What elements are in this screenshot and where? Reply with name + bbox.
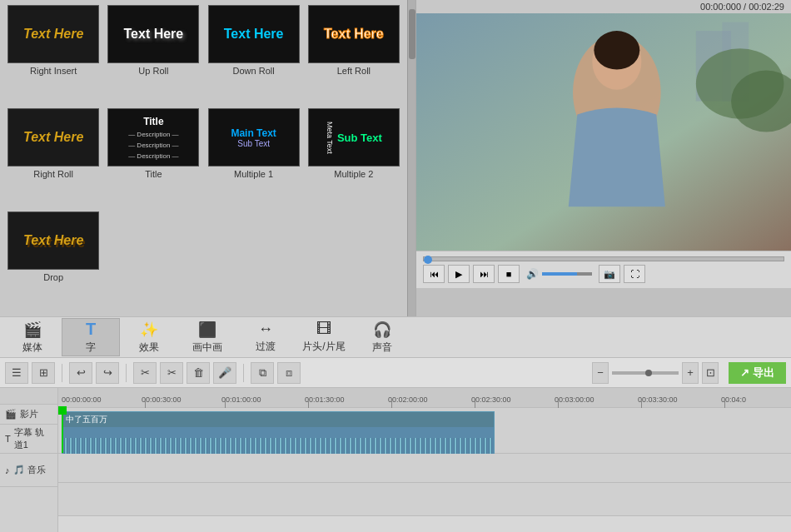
label-left-roll: Left Roll [337, 66, 371, 76]
trim-button[interactable]: ✂ [133, 362, 157, 384]
view-grid-button[interactable]: ⊞ [32, 362, 55, 384]
video-track-row: 中了五百万 [58, 408, 791, 454]
clip-button-2[interactable]: ⧈ [277, 362, 301, 384]
tab-audio-label: 声音 [372, 341, 392, 355]
volume-fill [542, 272, 577, 276]
label-up-roll: Up Roll [138, 66, 168, 76]
play-button[interactable]: ▶ [448, 265, 470, 283]
tick-1: 00:00:30:00 [142, 395, 182, 404]
template-right-roll[interactable]: Text Here Right Roll [5, 108, 102, 208]
music-label: 🎵 音乐 [13, 464, 46, 476]
clip-button-1[interactable]: ⧉ [251, 362, 274, 384]
cut-button[interactable]: ✂ [160, 362, 183, 384]
tab-chapter[interactable]: 🎞 片头/片尾 [295, 318, 353, 356]
subtitle-icon: T [5, 434, 11, 444]
redo-button[interactable]: ↪ [96, 362, 119, 384]
track-labels: 🎬 影片 T 字幕 轨道1 ♪ 🎵 音乐 [0, 388, 58, 532]
thumb-multiple-1: Main Text Sub Text [208, 108, 300, 167]
tab-text[interactable]: T 字 [62, 318, 120, 356]
prev-frame-button[interactable]: ⏮ [423, 265, 445, 283]
tick-2: 00:01:00:00 [221, 395, 261, 404]
effects-icon: ✨ [140, 321, 158, 339]
music-track-row [58, 483, 791, 516]
label-down-roll: Down Roll [233, 66, 275, 76]
label-title: Title [145, 169, 162, 179]
template-left-roll[interactable]: Text Here Left Roll [306, 5, 402, 105]
stop-button[interactable]: ■ [498, 265, 520, 283]
progress-handle[interactable] [424, 256, 432, 264]
track-label-music: ♪ 🎵 音乐 [0, 454, 57, 487]
zoom-handle[interactable] [645, 370, 652, 376]
playhead[interactable] [62, 408, 63, 453]
tick-6: 00:03:00:00 [555, 395, 594, 404]
template-grid: Text Here Right Insert Text Here Up Roll… [0, 0, 407, 316]
export-button[interactable]: ↗ 导出 [729, 362, 786, 384]
template-scrollbar[interactable] [407, 0, 415, 316]
tick-0: 00:00:00:00 [62, 395, 102, 404]
audio-icon: 🎧 [373, 321, 391, 339]
subtitle-label: 字幕 轨道1 [14, 426, 52, 451]
mic-button[interactable]: 🎤 [213, 362, 236, 384]
export-icon: ↗ [740, 366, 749, 379]
film-icon: 🎬 [5, 409, 17, 420]
edit-toolbar: ☰ ⊞ ↩ ↪ ✂ ✂ 🗑 🎤 ⧉ ⧈ − + ⊡ ↗ 导出 [0, 358, 791, 388]
tick-5: 00:02:30:00 [471, 395, 511, 404]
thumb-up-roll: Text Here [107, 5, 199, 63]
label-drop: Drop [43, 272, 63, 282]
tab-effects[interactable]: ✨ 效果 [120, 318, 178, 356]
progress-bar[interactable] [423, 256, 784, 261]
zoom-slider[interactable] [612, 371, 679, 375]
pip-icon: ⬛ [198, 321, 216, 339]
view-list-button[interactable]: ☰ [5, 362, 28, 384]
preview-text-5: Text Here [23, 129, 83, 145]
snapshot-button[interactable]: 📷 [599, 265, 620, 283]
ruler-corner [0, 388, 57, 405]
template-drop[interactable]: Text Here Drop [5, 211, 102, 311]
preview-text-4: Text Here [324, 26, 384, 42]
thumb-right-roll: Text Here [7, 108, 99, 167]
template-down-roll[interactable]: Text Here Down Roll [206, 5, 302, 105]
svg-point-7 [594, 31, 639, 69]
film-label: 影片 [20, 408, 38, 420]
tab-media[interactable]: 🎬 媒体 [3, 318, 62, 356]
template-multiple-2[interactable]: Meta Text Sub Text Multiple 2 [306, 108, 402, 208]
preview-text-2: Text Here [124, 26, 184, 42]
tab-pip[interactable]: ⬛ 画中画 [178, 318, 236, 356]
tab-transition[interactable]: ↔ 过渡 [236, 318, 295, 356]
media-icon: 🎬 [23, 321, 42, 339]
template-multiple-1[interactable]: Main Text Sub Text Multiple 1 [206, 108, 302, 208]
volume-slider[interactable] [542, 272, 592, 276]
tick-4: 00:02:00:00 [388, 395, 428, 404]
template-right-insert[interactable]: Text Here Right Insert [5, 5, 102, 105]
playhead-head [58, 406, 67, 415]
tab-text-label: 字 [86, 341, 96, 355]
preview-text-9: Text Here [23, 232, 83, 248]
delete-button[interactable]: 🗑 [187, 362, 210, 384]
tab-transition-label: 过渡 [256, 340, 276, 354]
toolbar-tabs: 🎬 媒体 T 字 ✨ 效果 ⬛ 画中画 ↔ 过渡 🎞 片头/片尾 🎧 声音 [0, 316, 791, 358]
preview-text-1: Text Here [23, 26, 83, 42]
timeline-content: 00:00:00:00 00:00:30:00 00:01:00:00 00:0… [58, 388, 791, 532]
video-background [416, 13, 791, 251]
zoom-in-button[interactable]: + [682, 362, 699, 384]
tick-7: 00:03:30:00 [638, 395, 678, 404]
thumb-drop: Text Here [7, 211, 99, 270]
tick-3: 00:01:30:00 [305, 395, 345, 404]
time-text: 00:00:000 / 00:02:29 [700, 2, 784, 12]
video-preview [416, 13, 791, 251]
tab-audio[interactable]: 🎧 声音 [353, 318, 411, 356]
thumb-left-roll: Text Here [308, 5, 400, 63]
fit-button[interactable]: ⊡ [702, 362, 719, 384]
thumb-title: Title — Description — — Description — — … [107, 108, 199, 167]
scroll-thumb[interactable] [409, 9, 415, 59]
undo-button[interactable]: ↩ [69, 362, 92, 384]
zoom-out-button[interactable]: − [592, 362, 609, 384]
preview-text-3: Text Here [224, 26, 284, 42]
template-up-roll[interactable]: Text Here Up Roll [105, 5, 201, 105]
next-frame-button[interactable]: ⏭ [473, 265, 495, 283]
fullscreen-button[interactable]: ⛶ [624, 265, 645, 283]
thumb-multiple-2: Meta Text Sub Text [308, 108, 400, 167]
text-icon: T [86, 320, 96, 339]
template-title[interactable]: Title — Description — — Description — — … [105, 108, 201, 208]
video-controls: ⏮ ▶ ⏭ ■ 🔊 📷 ⛶ [416, 251, 791, 288]
